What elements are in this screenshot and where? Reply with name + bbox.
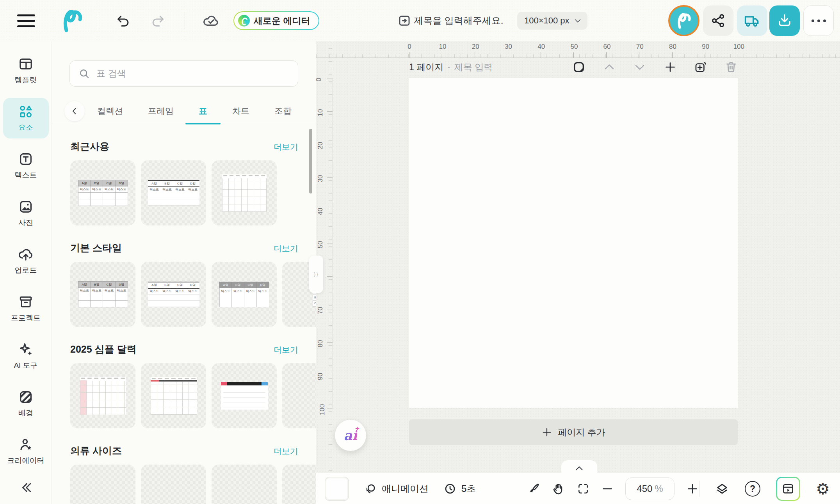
sidebar-item-elements[interactable]: 요소 <box>3 98 49 138</box>
plus-icon <box>686 483 699 495</box>
size-table-thumbnail[interactable] <box>141 465 206 504</box>
table-thumbnail-gray-header[interactable]: A열B열C열D열 텍스트텍스트텍스트텍스트 <box>70 160 135 225</box>
layers-button[interactable] <box>715 482 729 496</box>
download-button[interactable] <box>769 5 800 36</box>
bottom-toolbar: 애니메이션 5초 <box>316 473 840 504</box>
toolbar-collapse-tab[interactable] <box>561 460 597 473</box>
table-thumbnail-minimal[interactable]: A열B열C열D열 텍스트텍스트텍스트텍스트 <box>141 262 206 327</box>
more-link[interactable]: 더보기 <box>274 344 298 355</box>
creator-person-icon <box>18 437 34 453</box>
cloud-saved-icon[interactable] <box>200 10 222 32</box>
size-table-thumbnail[interactable] <box>212 465 277 504</box>
shapes-icon <box>18 104 34 119</box>
canvas-size-dropdown[interactable]: 100×100 px <box>517 12 587 30</box>
delete-page-icon[interactable] <box>724 60 738 74</box>
top-bar: 새로운 에디터 제목을 입력해주세요. 100×100 px <box>0 0 840 41</box>
clock-icon <box>443 482 457 495</box>
add-page-icon[interactable] <box>664 60 677 74</box>
more-options-button[interactable] <box>803 5 834 36</box>
help-button[interactable]: ? <box>745 481 760 497</box>
page-title-input[interactable]: 제목 입력 <box>454 61 493 73</box>
sidebar-item-text[interactable]: 텍스트 <box>3 142 49 190</box>
more-link[interactable]: 더보기 <box>274 446 298 457</box>
sidebar-item-creator[interactable]: 크리에이터 <box>3 428 49 475</box>
hand-icon <box>552 482 565 495</box>
hamburger-menu-button[interactable] <box>17 12 35 30</box>
tab-chart[interactable]: 차트 <box>231 99 251 124</box>
table-thumbnail-gray-header[interactable]: A열B열C열D열 텍스트텍스트텍스트텍스트 <box>70 262 135 327</box>
add-page-button[interactable]: 페이지 추가 <box>409 419 738 445</box>
editor-app: 새로운 에디터 제목을 입력해주세요. 100×100 px <box>0 0 840 504</box>
mini-calendar-preview <box>222 174 267 212</box>
topbar-divider <box>99 12 99 29</box>
tab-table[interactable]: 표 <box>197 99 209 124</box>
new-editor-badge[interactable]: 새로운 에디터 <box>233 11 319 30</box>
user-avatar[interactable] <box>668 5 699 36</box>
size-table-thumbnail-clipped[interactable] <box>282 465 316 504</box>
panel-resize-handle[interactable]: ⟩⟩ <box>309 256 323 293</box>
mini-calendar-preview <box>151 377 197 415</box>
redo-button[interactable] <box>147 10 169 32</box>
sidebar-item-photos[interactable]: 사진 <box>3 190 49 237</box>
sidebar-item-background[interactable]: 배경 <box>3 380 49 428</box>
layers-icon <box>715 482 729 496</box>
slideshow-button[interactable] <box>776 477 800 501</box>
table-thumbnail-minimal[interactable]: A열B열C열D열 텍스트텍스트텍스트텍스트 <box>141 160 206 225</box>
size-table-thumbnail[interactable] <box>70 465 135 504</box>
zoom-in-button[interactable] <box>686 483 699 495</box>
search-box[interactable] <box>69 60 298 87</box>
ai-assistant-button[interactable]: ai ✦ <box>335 420 366 451</box>
add-page-label: 페이지 추가 <box>558 426 605 438</box>
section-title: 의류 사이즈 <box>70 444 122 457</box>
tab-combination[interactable]: 조합 <box>273 99 293 124</box>
page-number-label: 1 페이지 <box>409 61 443 73</box>
page-settings-icon[interactable] <box>572 60 586 74</box>
share-button[interactable] <box>703 5 733 36</box>
fit-screen-button[interactable] <box>577 483 589 495</box>
calendar-thumbnail-pink-sunday[interactable] <box>70 363 135 428</box>
design-page-canvas[interactable] <box>409 78 738 408</box>
print-delivery-button[interactable] <box>737 5 767 36</box>
text-icon <box>18 151 34 167</box>
duration-button[interactable]: 5초 <box>443 482 476 495</box>
undo-button[interactable] <box>112 10 134 32</box>
move-page-up-icon[interactable] <box>603 60 616 74</box>
plus-icon <box>541 427 552 438</box>
tabs-back-button[interactable] <box>64 101 85 121</box>
sidebar-item-uploads[interactable]: 업로드 <box>3 237 49 285</box>
chevron-up-icon <box>574 464 584 473</box>
section-recent: 최근사용 더보기 <box>70 140 298 153</box>
move-page-down-icon[interactable] <box>633 60 646 74</box>
sidebar-item-templates[interactable]: 템플릿 <box>3 47 49 94</box>
calendar-thumbnail-topline[interactable] <box>141 363 206 428</box>
page-color-swatch[interactable] <box>325 477 349 501</box>
sidebar-item-ai-tools[interactable]: AI 도구 <box>3 332 49 380</box>
sidebar-item-projects[interactable]: 프로젝트 <box>3 285 49 332</box>
zoom-level-field[interactable]: 450 % <box>625 477 674 500</box>
sidebar-item-label: AI 도구 <box>14 360 37 371</box>
collapse-sidebar-button[interactable] <box>18 480 34 495</box>
table-thumbnail-dark-header[interactable]: A열B열C열D열 텍스트텍스트텍스트텍스트 <box>212 262 277 327</box>
horizontal-ruler: 0 10 20 30 40 50 60 70 80 90 100 <box>409 41 738 58</box>
section-title: 기본 스타일 <box>70 241 122 254</box>
section-basic-styles: 기본 스타일 더보기 <box>70 241 298 254</box>
document-title-input[interactable]: 제목을 입력해주세요. <box>414 14 503 27</box>
calendar-thumbnail[interactable] <box>212 160 277 225</box>
more-link[interactable]: 더보기 <box>274 243 298 254</box>
search-input[interactable] <box>96 68 289 79</box>
sidebar-item-label: 업로드 <box>15 265 37 275</box>
animation-button[interactable]: 애니메이션 <box>364 482 429 495</box>
calendar-thumbnail-colorbar[interactable] <box>212 363 277 428</box>
hand-tool-button[interactable] <box>552 482 565 495</box>
app-logo[interactable] <box>57 5 87 36</box>
tab-frame[interactable]: 프레임 <box>146 99 175 124</box>
duplicate-page-icon[interactable] <box>694 60 707 74</box>
brush-tool-button[interactable] <box>527 482 540 495</box>
more-link[interactable]: 더보기 <box>274 142 298 153</box>
panel-scrollbar[interactable] <box>309 129 312 193</box>
calendar-thumbnail-clipped[interactable] <box>282 363 316 428</box>
thumbnail-row: A열B열C열D열 텍스트텍스트텍스트텍스트 A열B열C열D열 텍스트텍스트텍스트… <box>70 160 316 225</box>
settings-gear-button[interactable]: ⚙ <box>816 481 830 497</box>
zoom-out-button[interactable] <box>601 483 614 495</box>
tab-collection[interactable]: 컬렉션 <box>96 99 125 124</box>
